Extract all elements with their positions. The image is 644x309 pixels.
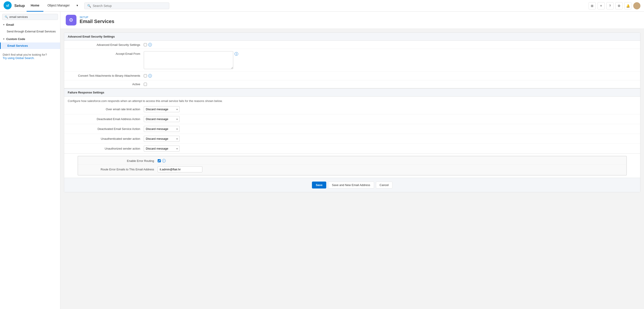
route-error-emails-label: Route Error Emails to This Email Address (82, 168, 158, 172)
accept-email-from-label: Accept Email From (68, 51, 144, 56)
cancel-button[interactable]: Cancel (376, 182, 392, 188)
accept-email-info-icon[interactable]: i (234, 52, 238, 56)
enable-error-routing-control: i (158, 159, 166, 162)
failure-section-header: Failure Response Settings (64, 88, 640, 96)
deactivated-address-select[interactable]: Discard message Bounce message Requeue m… (144, 116, 180, 122)
deactivated-address-row: Deactivated Email Address Action Discard… (64, 114, 640, 124)
route-error-emails-input[interactable] (158, 166, 202, 172)
unauthenticated-sender-label: Unauthenticated sender action (68, 137, 144, 140)
form-footer: Save Save and New Email Address Cancel (64, 178, 640, 192)
convert-attachments-checkbox[interactable] (144, 74, 147, 77)
advanced-section-header: Advanced Email Security Settings (64, 33, 640, 41)
sidebar-group-custom-code: ▼ Custom Code Email Services (0, 36, 60, 49)
unauthenticated-sender-select[interactable]: Discard message Bounce message Requeue m… (144, 136, 180, 142)
advanced-security-control: i (144, 43, 152, 46)
deactivated-address-label: Deactivated Email Address Action (68, 118, 144, 121)
convert-attachments-info-icon[interactable]: i (148, 74, 152, 78)
over-rate-limit-control: Discard message Bounce message Requeue m… (144, 106, 180, 112)
active-label: Active (68, 82, 144, 86)
setup-header-icon: ⚙ (66, 15, 76, 26)
chevron-down-icon-2: ▼ (3, 38, 5, 40)
sidebar-search-input[interactable] (10, 15, 56, 18)
sidebar-group-email: ▼ Email Send through External Email Serv… (0, 21, 60, 35)
sidebar-search-container: 🔍 (2, 14, 58, 20)
advanced-security-row: Advanced Email Security Settings i (64, 41, 640, 49)
nav-more[interactable]: ▾ (74, 0, 81, 12)
deactivated-service-row: Deactivated Email Service Action Discard… (64, 124, 640, 134)
setup-title: Email Services (80, 18, 114, 24)
failure-description: Configure how salesforce.com responds wh… (64, 96, 640, 104)
deactivated-service-label: Deactivated Email Service Action (68, 127, 144, 130)
accept-email-from-row: Accept Email From i (64, 49, 640, 72)
over-rate-limit-label: Over email rate limit action (68, 108, 144, 111)
global-search-container: 🔍 (84, 2, 169, 9)
sidebar-group-custom-code-header[interactable]: ▼ Custom Code (0, 36, 60, 42)
unauthorized-sender-control: Discard message Bounce message Requeue m… (144, 146, 180, 152)
route-error-emails-control (158, 166, 202, 172)
convert-attachments-control: i (144, 74, 152, 78)
enable-error-routing-row: Enable Error Routing i (78, 157, 626, 164)
sidebar-item-email-services[interactable]: Email Services (0, 42, 60, 49)
content-area: ⚙ SETUP Email Services Advanced Email Se… (60, 12, 644, 309)
active-control (144, 83, 147, 86)
deactivated-service-control: Discard message Bounce message Requeue m… (144, 126, 180, 132)
over-rate-limit-select[interactable]: Discard message Bounce message Requeue m… (144, 106, 180, 112)
setup-page-header: ⚙ SETUP Email Services (60, 12, 644, 29)
salesforce-logo[interactable]: sf (4, 1, 12, 10)
grid-icon-btn[interactable]: ⊞ (588, 2, 596, 10)
enable-error-routing-info-icon[interactable]: i (162, 159, 166, 162)
nav-object-manager[interactable]: Object Manager (44, 0, 74, 12)
enable-error-routing-checkbox[interactable] (158, 159, 161, 162)
route-error-emails-row: Route Error Emails to This Email Address (78, 164, 626, 174)
form-card: Advanced Email Security Settings Advance… (64, 32, 640, 192)
unauthorized-sender-row: Unauthorized sender action Discard messa… (64, 144, 640, 154)
active-checkbox[interactable] (144, 83, 147, 86)
chevron-down-icon: ▼ (3, 24, 5, 26)
unauthenticated-sender-control: Discard message Bounce message Requeue m… (144, 136, 180, 142)
sidebar-group-email-header[interactable]: ▼ Email (0, 21, 60, 28)
setup-header-info: SETUP Email Services (80, 16, 114, 24)
avatar[interactable] (633, 2, 640, 10)
top-nav: sf Setup Home Object Manager ▾ 🔍 ⊞ + ? ⚙… (0, 0, 644, 12)
search-icon: 🔍 (87, 4, 91, 8)
sidebar-item-send-external[interactable]: Send through External Email Services (0, 28, 60, 35)
advanced-security-info-icon[interactable]: i (148, 43, 152, 46)
sidebar-search-icon: 🔍 (5, 16, 8, 18)
gear-icon-btn[interactable]: ⚙ (616, 2, 622, 10)
accept-email-from-control: i (144, 51, 238, 69)
save-new-email-button[interactable]: Save and New Email Address (328, 182, 374, 188)
save-button[interactable]: Save (312, 182, 326, 188)
convert-attachments-label: Convert Text Attachments to Binary Attac… (68, 74, 144, 78)
unauthenticated-sender-row: Unauthenticated sender action Discard me… (64, 134, 640, 144)
enable-error-routing-label: Enable Error Routing (82, 159, 158, 162)
sidebar: 🔍 ▼ Email Send through External Email Se… (0, 12, 60, 309)
plus-icon-btn[interactable]: + (598, 2, 605, 10)
setup-breadcrumb[interactable]: SETUP (80, 16, 114, 18)
over-rate-limit-row: Over email rate limit action Discard mes… (64, 104, 640, 114)
active-row: Active (64, 80, 640, 88)
deactivated-address-control: Discard message Bounce message Requeue m… (144, 116, 180, 122)
global-search-input[interactable] (93, 4, 166, 8)
advanced-security-checkbox[interactable] (144, 43, 147, 46)
main-layout: 🔍 ▼ Email Send through External Email Se… (0, 12, 644, 309)
accept-email-from-input[interactable] (144, 51, 233, 69)
advanced-security-label: Advanced Email Security Settings (68, 43, 144, 46)
bell-icon-btn[interactable]: 🔔 (624, 2, 632, 10)
deactivated-service-select[interactable]: Discard message Bounce message Requeue m… (144, 126, 180, 132)
top-nav-right: ⊞ + ? ⚙ 🔔 (588, 2, 640, 10)
unauthorized-sender-label: Unauthorized sender action (68, 147, 144, 150)
error-routing-box: Enable Error Routing i Route Error Email… (78, 156, 627, 176)
unauthorized-sender-select[interactable]: Discard message Bounce message Requeue m… (144, 146, 180, 152)
nav-links: Home Object Manager ▾ (26, 0, 81, 12)
svg-text:sf: sf (6, 4, 9, 8)
nav-home[interactable]: Home (26, 0, 44, 12)
help-icon-btn[interactable]: ? (606, 2, 614, 10)
sidebar-not-found: Didn't find what you're looking for? Try… (0, 50, 60, 63)
convert-attachments-row: Convert Text Attachments to Binary Attac… (64, 72, 640, 80)
app-title: Setup (14, 4, 25, 8)
